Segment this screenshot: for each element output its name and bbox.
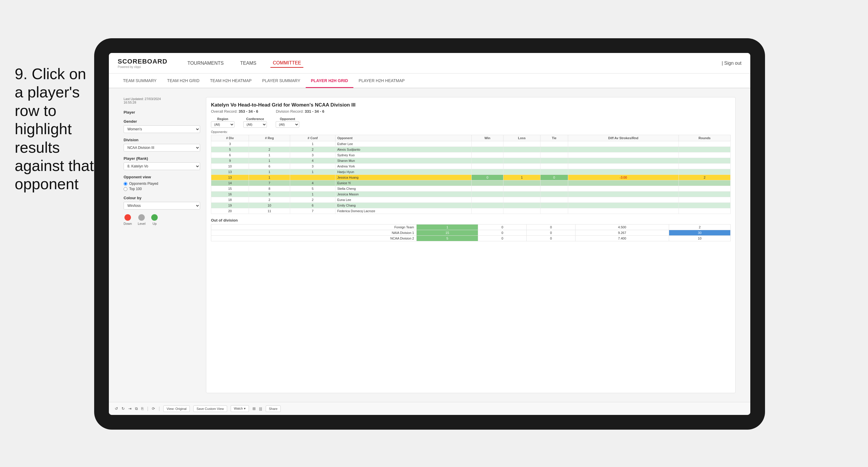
table-row[interactable]: 16 9 1 Jessica Mason — [211, 192, 731, 197]
grid-title: Katelyn Vo Head-to-Head Grid for Women's… — [211, 102, 731, 108]
gender-label: Gender — [124, 119, 200, 124]
logo-text: SCOREBOARD — [118, 58, 167, 65]
table-row[interactable]: 5 2 2 Alexis Sudjianto — [211, 147, 731, 152]
col-opponent: Opponent — [335, 135, 472, 141]
table-row[interactable]: 20 11 7 Federica Domecq Lacroze — [211, 208, 731, 214]
overall-record: Overall Record: 353 - 34 - 6 — [211, 109, 258, 114]
col-loss: Loss — [503, 135, 540, 141]
opponents-label: Opponents: — [211, 130, 731, 133]
legend-up: Up — [151, 214, 158, 225]
col-rounds: Rounds — [679, 135, 731, 141]
col-reg: # Reg — [249, 135, 290, 141]
table-row[interactable]: 3 1 Esther Lee — [211, 141, 731, 147]
gender-select[interactable]: Women's — [124, 125, 200, 133]
colour-by-label: Colour by — [124, 196, 200, 200]
conference-filter: Conference (All) — [243, 117, 267, 128]
out-of-division-section: Out of division Foreign Team 1 0 0 4.500… — [211, 218, 731, 241]
separator-1: | — [147, 406, 148, 411]
redo-icon[interactable]: ↻ — [122, 406, 125, 411]
ood-table: Foreign Team 1 0 0 4.500 2 NAIA Division… — [211, 224, 731, 241]
grid-content: Katelyn Vo Head-to-Head Grid for Women's… — [206, 97, 736, 393]
sub-nav: TEAM SUMMARY TEAM H2H GRID TEAM H2H HEAT… — [109, 73, 750, 88]
col-conf: # Conf — [290, 135, 335, 141]
copy-icon[interactable]: ⧉ — [135, 406, 138, 411]
table-row[interactable]: 19 10 6 Emily Chang — [211, 203, 731, 208]
columns-icon[interactable]: ||| — [259, 406, 262, 411]
sidebar: Last Updated: 27/03/2024 16:55:28 Player… — [124, 97, 200, 393]
table-row[interactable]: 13 1 1 Haeju Hyun — [211, 169, 731, 175]
player-rank-label: Player (Rank) — [124, 156, 200, 161]
player-section: Player — [124, 110, 200, 115]
col-tie: Tie — [540, 135, 568, 141]
paste-icon[interactable]: ⎘ — [141, 406, 144, 411]
nav-committee[interactable]: COMMITTEE — [270, 59, 303, 68]
tab-player-h2h-heatmap[interactable]: PLAYER H2H HEATMAP — [353, 74, 410, 88]
opponent-view-label: Opponent view — [124, 175, 200, 179]
h2h-table: # Div # Reg # Conf Opponent Win Loss Tie… — [211, 135, 731, 214]
save-custom-view-button[interactable]: Save Custom View — [193, 405, 227, 412]
filter-row: Region (All) Conference (All) Opponent — [211, 117, 731, 128]
tab-player-h2h-grid[interactable]: PLAYER H2H GRID — [306, 74, 353, 88]
tab-team-h2h-grid[interactable]: TEAM H2H GRID — [162, 74, 205, 88]
main-content: Last Updated: 27/03/2024 16:55:28 Player… — [109, 88, 750, 402]
col-div: # Div — [211, 135, 249, 141]
table-row[interactable]: 9 1 4 Sharon Mun — [211, 158, 731, 164]
radio-opponents-played[interactable]: Opponents Played — [124, 182, 200, 186]
gender-section: Gender Women's — [124, 119, 200, 133]
ood-row-naia1[interactable]: NAIA Division 1 15 0 0 9.267 30 — [211, 230, 731, 236]
region-select[interactable]: (All) — [211, 121, 235, 128]
conference-select[interactable]: (All) — [243, 121, 267, 128]
legend-level-circle — [138, 214, 145, 221]
share-button[interactable]: Share — [266, 405, 281, 412]
table-row-selected[interactable]: 13 1 Jessica Huang 0 1 0 -3.00 2 — [211, 175, 731, 180]
ood-row-foreign[interactable]: Foreign Team 1 0 0 4.500 2 — [211, 224, 731, 230]
table-row[interactable]: 10 6 3 Andrea York — [211, 164, 731, 169]
division-label: Division — [124, 138, 200, 142]
sign-out-link[interactable]: | Sign out — [722, 61, 742, 66]
grid-icon[interactable]: ⊞ — [252, 406, 256, 411]
player-rank-section: Player (Rank) 8. Katelyn Vo — [124, 156, 200, 170]
table-row[interactable]: 18 2 2 Euna Lee — [211, 197, 731, 203]
view-original-button[interactable]: View: Original — [163, 405, 190, 412]
instruction-text: 9. Click on a player's row to highlight … — [15, 65, 97, 193]
tablet-shell: SCOREBOARD Powered by clippi TOURNAMENTS… — [94, 38, 765, 430]
forward-icon[interactable]: ⇥ — [128, 406, 131, 411]
division-record: Division Record: 331 - 34 - 6 — [276, 109, 324, 114]
table-row[interactable]: 14 7 4 Eunice Yi — [211, 180, 731, 186]
tab-player-summary[interactable]: PLAYER SUMMARY — [257, 74, 305, 88]
record-row: Overall Record: 353 - 34 - 6 Division Re… — [211, 109, 731, 114]
opponent-select[interactable]: (All) — [276, 121, 299, 128]
division-select[interactable]: NCAA Division III — [124, 144, 200, 152]
ood-row-ncaa2[interactable]: NCAA Division 2 5 0 0 7.400 10 — [211, 236, 731, 241]
nav-tournaments[interactable]: TOURNAMENTS — [185, 59, 226, 67]
region-filter: Region (All) — [211, 117, 235, 128]
tab-team-summary[interactable]: TEAM SUMMARY — [118, 74, 162, 88]
tablet-screen: SCOREBOARD Powered by clippi TOURNAMENTS… — [109, 53, 750, 415]
table-row[interactable]: 15 8 5 Stella Cheng — [211, 186, 731, 192]
table-row[interactable]: 6 1 3 Sydney Kuo — [211, 152, 731, 158]
tab-team-h2h-heatmap[interactable]: TEAM H2H HEATMAP — [205, 74, 257, 88]
refresh-icon[interactable]: ⟳ — [152, 406, 155, 411]
col-win: Win — [472, 135, 503, 141]
out-of-division-title: Out of division — [211, 218, 731, 222]
player-label: Player — [124, 110, 200, 115]
opponent-filter: Opponent (All) — [276, 117, 299, 128]
logo-area: SCOREBOARD Powered by clippi — [118, 58, 167, 68]
col-diff: Diff Av Strokes/Rnd — [568, 135, 679, 141]
player-rank-select[interactable]: 8. Katelyn Vo — [124, 162, 200, 170]
division-section: Division NCAA Division III — [124, 138, 200, 152]
colour-by-select[interactable]: Win/loss — [124, 202, 200, 210]
undo-icon[interactable]: ↺ — [115, 406, 118, 411]
radio-top-100[interactable]: Top 100 — [124, 187, 200, 191]
legend-row: Down Level Up — [124, 214, 200, 225]
watch-button[interactable]: Watch ▾ — [231, 405, 249, 412]
instruction-body: Click on a player's row to highlight res… — [15, 65, 94, 192]
last-updated: Last Updated: 27/03/2024 16:55:28 — [124, 97, 200, 104]
nav-teams[interactable]: TEAMS — [238, 59, 259, 67]
legend-down-circle — [124, 214, 131, 221]
bottom-toolbar: ↺ ↻ ⇥ ⧉ ⎘ | ⟳ | View: Original Save Cust… — [109, 402, 750, 415]
logo-sub: Powered by clippi — [118, 65, 167, 68]
top-nav: SCOREBOARD Powered by clippi TOURNAMENTS… — [109, 53, 750, 73]
legend-level: Level — [138, 214, 145, 225]
separator-2: | — [159, 406, 160, 411]
